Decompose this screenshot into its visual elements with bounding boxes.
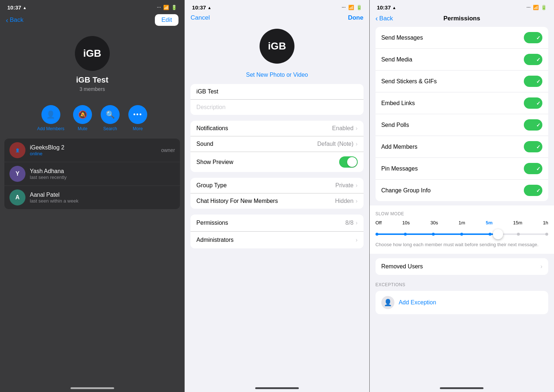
chevron-icon: › [356,125,357,132]
send-messages-toggle[interactable] [524,32,542,43]
group-name-field[interactable]: iGB Test [190,84,363,100]
sound-row[interactable]: Sound Default (Note) › [190,136,363,152]
administrators-row[interactable]: Administrators › [190,232,363,248]
dots-icon-2: ··· [342,5,346,9]
back-arrow-3: ‹ [376,14,378,23]
edit-label-1: Edit [161,16,172,23]
back-button-1[interactable]: ‹ Back [6,16,23,24]
perm-send-polls[interactable]: Send Polls [376,114,548,136]
member-status-2: last seen recently [30,175,175,180]
slider-dots [376,233,548,236]
perm-add-members[interactable]: Add Members [376,136,548,158]
battery-icon-2: 🔋 [356,5,362,10]
slow-mode-section: SLOW MODE Off 10s 30s 1m 5m 15m 1h [370,205,554,254]
send-polls-toggle[interactable] [524,119,542,131]
removed-users-row[interactable]: Removed Users › [376,258,548,275]
administrators-label: Administrators [196,237,233,243]
description-field[interactable]: Description [190,100,363,115]
perm-label: Pin Messages [381,165,418,172]
dot-7 [545,233,548,236]
chat-history-row[interactable]: Chat History For New Members Hidden › [190,193,363,209]
dots-icon-1: ··· [157,5,161,9]
exceptions-section: EXCEPTIONS 👤 Add Exception [370,282,554,314]
group-name-form: iGB Test Description [190,84,363,115]
status-left-1: 10:37 ▲ [7,4,27,11]
perm-embed-links[interactable]: Embed Links [376,92,548,114]
cancel-button[interactable]: Cancel [190,14,210,21]
search-button[interactable]: 🔍 Search [101,105,120,131]
back-label-1: Back [10,16,24,24]
edit-avatar-section: iGB Set New Photo or Video [185,26,369,84]
location-icon-2: ▲ [208,5,212,10]
perm-label: Send Stickers & GIFs [381,78,437,85]
location-icon-3: ▲ [392,5,396,10]
status-bar-2: 10:37 ▲ ··· 📶 🔋 [185,0,369,13]
perm-send-media[interactable]: Send Media [376,49,548,71]
set-photo-link[interactable]: Set New Photo or Video [246,72,308,78]
group-type-settings: Group Type Private › Chat History For Ne… [190,178,363,209]
list-item[interactable]: Y Yash Adhana last seen recently [4,162,180,186]
change-group-info-toggle[interactable] [524,185,542,196]
member-status-3: last seen within a week [30,198,175,204]
mute-label: Mute [78,126,88,131]
more-button[interactable]: ••• More [128,105,147,131]
group-name-1: iGB Test [76,75,108,85]
avatar-igeeksblog: 👤 [9,142,25,158]
perm-send-messages[interactable]: Send Messages [376,27,548,49]
perm-label: Change Group Info [381,187,431,194]
perm-label: Add Members [381,144,418,150]
member-name-1: iGeeksBlog 2 [30,144,161,151]
battery-icon-3: 🔋 [541,5,547,10]
chat-history-label: Chat History For New Members [196,198,278,204]
send-media-toggle[interactable] [524,54,542,65]
group-avatar-2[interactable]: iGB [260,29,294,64]
perm-send-stickers[interactable]: Send Stickers & GIFs [376,71,548,92]
permissions-row[interactable]: Permissions 8/8 › [190,215,363,232]
show-preview-row[interactable]: Show Preview [190,152,363,172]
slider-thumb[interactable] [493,229,503,239]
list-item[interactable]: A Aanal Patel last seen within a week [4,186,180,209]
add-members-toggle[interactable] [524,141,542,152]
opt-off: Off [376,220,382,225]
profile-section: iGB iGB Test 3 members [0,30,184,99]
group-type-row[interactable]: Group Type Private › [190,178,363,193]
member-status-1: online [30,151,161,156]
chevron-icon-admin: › [356,237,357,243]
slow-mode-slider[interactable] [376,231,548,238]
pin-messages-toggle[interactable] [524,163,542,174]
notification-settings: Notifications Enabled › Sound Default (N… [190,121,363,172]
add-members-button[interactable]: 👤 Add Members [37,105,64,131]
nav-2: Cancel Done [185,13,369,26]
add-exception-row[interactable]: 👤 Add Exception [376,291,548,314]
back-label-3: Back [379,15,393,22]
edit-button-1[interactable]: Edit [155,14,178,26]
list-item[interactable]: 👤 iGeeksBlog 2 online owner [4,139,180,162]
nav-3: ‹ Back Permissions [370,13,554,27]
perm-change-group-info[interactable]: Change Group Info [376,180,548,201]
mute-button[interactable]: 🔕 Mute [73,105,92,131]
done-button[interactable]: Done [348,14,364,21]
show-preview-toggle[interactable] [339,156,358,168]
back-button-3[interactable]: ‹ Back [376,14,393,23]
member-count-1: 3 members [80,86,105,92]
embed-links-toggle[interactable] [524,97,542,109]
screen1: 10:37 ▲ ··· 📶 🔋 ‹ Back Edit iGB iGB Test… [0,0,184,392]
chevron-icon-sound: › [356,141,357,147]
removed-users-label: Removed Users [381,263,423,270]
dot-3 [432,233,435,236]
send-stickers-toggle[interactable] [524,76,542,87]
group-type-label: Group Type [196,182,226,189]
perm-label: Send Messages [381,35,423,41]
location-icon-1: ▲ [23,5,27,10]
member-info-2: Yash Adhana last seen recently [30,168,175,180]
status-right-2: ··· 📶 🔋 [342,5,362,10]
perm-pin-messages[interactable]: Pin Messages [376,158,548,180]
member-badge-1: owner [161,147,175,153]
opt-10s: 10s [402,220,410,225]
notifications-row[interactable]: Notifications Enabled › [190,121,363,136]
status-left-3: 10:37 ▲ [377,4,396,11]
screen3: 10:37 ▲ ··· 📶 🔋 ‹ Back Permissions Send … [370,0,554,392]
opt-1m: 1m [459,220,465,225]
add-exception-label[interactable]: Add Exception [399,299,436,306]
opt-15m: 15m [513,220,522,225]
